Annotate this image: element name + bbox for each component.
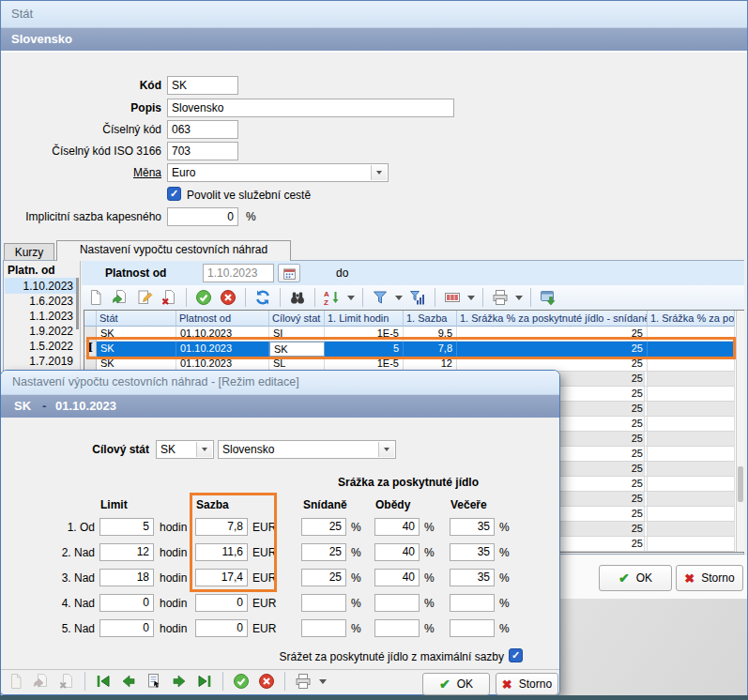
delete-icon[interactable] [57,672,76,691]
mena-combobox[interactable]: Euro [167,163,389,182]
confirm-icon[interactable] [232,672,251,691]
vecere-field[interactable] [450,594,495,612]
filter-graph-icon[interactable] [408,288,427,307]
tab-nastaveni-nahrad[interactable]: Nastavení vypočtu cestovních náhrad [56,240,291,261]
dialog-ok-button[interactable]: ✔OK [422,673,490,695]
grid-scrollbar[interactable] [736,311,744,552]
snidane-field[interactable] [301,619,346,637]
calendar-button[interactable] [278,264,300,282]
edit-icon[interactable] [135,288,154,307]
print-icon[interactable] [491,288,510,307]
sazba-field[interactable]: 0 [195,619,248,637]
sort-az-icon[interactable]: AZ [323,288,342,307]
new-icon[interactable] [86,288,105,307]
cilovy-stat-code-combobox[interactable]: SK [156,440,214,459]
vecere-field[interactable]: 35 [450,569,495,586]
x-icon: ✖ [502,677,512,692]
cancel-icon[interactable] [257,672,276,691]
columns-icon[interactable] [443,288,462,307]
ok-button[interactable]: ✔OK [599,565,672,591]
cancel-icon[interactable] [219,288,237,307]
chevron-down-icon[interactable] [319,679,327,688]
validity-item[interactable]: 1.9.2022 [6,324,73,339]
refresh-icon[interactable] [253,288,272,307]
cilovy-code-dropdown-button[interactable] [196,442,212,457]
dialog-titlebar[interactable]: Nastavení výpočtu cestovních náhrad - [R… [1,371,559,395]
sazba-field[interactable]: 7,8 [195,518,248,536]
validity-item[interactable]: 1.7.2019 [6,354,73,369]
vecere-field[interactable]: 35 [450,543,495,561]
main-window-titlebar[interactable]: Stát [0,0,748,28]
cilovy-stat-name-combobox[interactable]: Slovensko [218,440,396,459]
grid-scrollbar-thumb[interactable] [738,466,743,502]
vecere-field[interactable] [450,619,495,637]
edit-dialog[interactable]: Nastavení výpočtu cestovních náhrad - [R… [0,370,560,695]
col-header-srazka-snidane[interactable]: 1. Srážka % za poskytnuté jídlo - snídan… [457,311,648,327]
srazet-checkbox[interactable]: ✓ [509,648,523,662]
sazba-field[interactable]: 11,6 [195,543,248,561]
snidane-field[interactable]: 25 [301,569,346,586]
records-icon[interactable] [145,672,163,691]
chevron-down-icon[interactable] [515,296,523,304]
dialog-storno-button[interactable]: ✖Storno [496,673,558,695]
kapesne-field[interactable]: 0 [167,207,238,226]
col-header-sazba[interactable]: 1. Sazba [404,311,457,327]
validity-item[interactable]: 1.10.2023 [6,279,73,294]
popis-field[interactable]: Slovensko [167,99,454,117]
confirm-icon[interactable] [194,288,213,307]
col-header-srazka-next[interactable]: 1. Srážka % za pos [648,311,735,327]
nav-first-icon[interactable] [94,672,113,691]
obedy-field[interactable] [374,619,420,637]
limit-field[interactable]: 18 [99,569,154,586]
copy-icon[interactable] [32,672,51,691]
col-header-cilovy[interactable]: Cílový stat [269,311,325,327]
povolit-checkbox[interactable]: ✓ [167,187,181,201]
obedy-field[interactable] [374,594,420,612]
chevron-down-icon[interactable] [467,296,475,304]
print-icon[interactable] [294,672,313,691]
iso-kod-field[interactable]: 703 [167,142,238,160]
vecere-field[interactable]: 35 [450,518,495,536]
platnost-od-input[interactable]: 1.10.2023 [203,264,274,282]
snidane-field[interactable] [301,594,346,612]
validity-item[interactable]: 1.6.2023 [6,294,73,309]
table-row-selected[interactable]: I SK 01.10.2023 SK 5 7,8 25 [84,342,735,357]
validity-item[interactable]: 1.5.2022 [6,339,73,354]
obedy-field[interactable]: 40 [374,569,420,586]
obedy-field[interactable]: 40 [374,518,420,536]
kod-field[interactable]: SK [167,76,238,95]
mena-label[interactable]: Měna [11,166,161,179]
limit-field[interactable]: 0 [99,619,154,637]
cilovy-name-dropdown-button[interactable] [378,442,394,457]
new-icon[interactable] [7,672,25,691]
col-header-limit[interactable]: 1. Limit hodin [325,311,404,327]
srazet-checkbox-label: Srážet za poskytnuté jídlo z maximální s… [170,650,504,663]
nav-prev-icon[interactable] [119,672,138,691]
ciselny-kod-field[interactable]: 063 [167,120,238,139]
limit-field[interactable]: 5 [99,518,154,536]
limit-field[interactable]: 12 [99,543,154,561]
validity-list-scrollbar[interactable] [76,278,79,329]
sazba-field[interactable]: 0 [195,594,248,612]
sazba-field[interactable]: 17,4 [195,569,248,586]
delete-icon[interactable] [160,288,178,307]
chevron-down-icon[interactable] [395,296,403,304]
table-row[interactable]: SK 01.10.2023 SI 1E-5 9,5 25 [84,327,735,342]
snidane-field[interactable]: 25 [301,543,346,561]
storno-button[interactable]: ✖Storno [676,565,743,591]
search-binoculars-icon[interactable] [288,288,307,307]
validity-item[interactable]: 1.1.2023 [6,309,73,324]
obedy-field[interactable]: 40 [374,543,420,561]
nav-next-icon[interactable] [170,672,189,691]
tab-kurzy[interactable]: Kurzy [4,243,54,260]
col-header-stat[interactable]: Stát [97,311,176,327]
export-icon[interactable] [539,288,557,307]
chevron-down-icon[interactable] [347,296,355,304]
col-header-platnost[interactable]: Platnost od [176,311,269,327]
filter-icon[interactable] [371,288,389,307]
snidane-field[interactable]: 25 [301,518,346,536]
copy-icon[interactable] [111,288,130,307]
mena-dropdown-button[interactable] [371,165,387,180]
nav-last-icon[interactable] [195,672,214,691]
limit-field[interactable]: 0 [99,594,154,612]
